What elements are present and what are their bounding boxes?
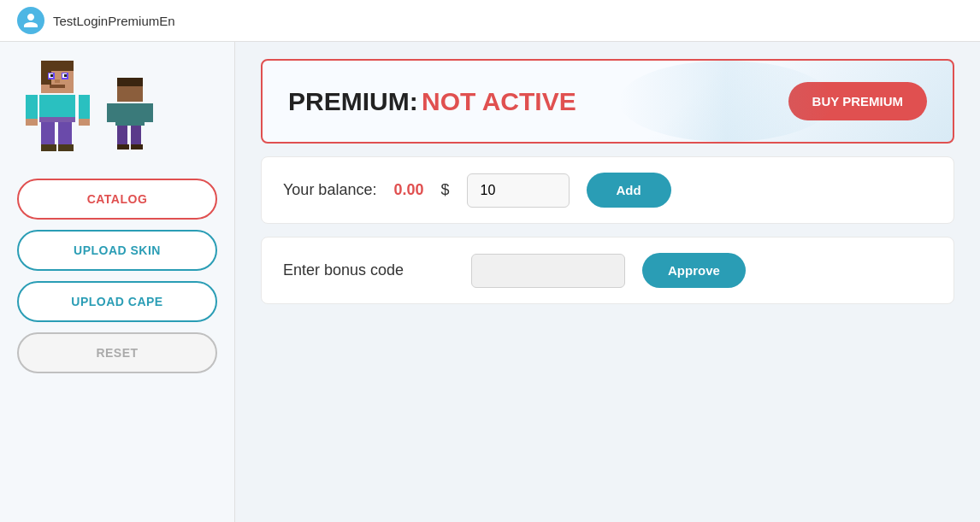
main-layout: CATALOG UPLOAD SKIN UPLOAD CAPE RESET PR… [0, 42, 980, 522]
upload-skin-button[interactable]: UPLOAD SKIN [17, 230, 217, 271]
svg-rect-28 [117, 144, 129, 150]
svg-rect-20 [58, 144, 74, 151]
svg-rect-7 [50, 74, 53, 77]
reset-button[interactable]: RESET [17, 332, 217, 373]
username-label: TestLoginPremiumEn [53, 14, 175, 28]
approve-button[interactable]: Approve [642, 253, 746, 288]
svg-rect-15 [26, 119, 38, 126]
bonus-label: Enter bonus code [283, 261, 454, 279]
svg-rect-8 [64, 74, 67, 77]
top-bar: TestLoginPremiumEn [0, 0, 980, 42]
svg-rect-24 [107, 103, 115, 122]
user-avatar-icon [17, 7, 44, 34]
balance-currency: $ [440, 181, 449, 199]
balance-input[interactable] [467, 173, 570, 208]
character-back [107, 76, 154, 153]
add-button[interactable]: Add [587, 173, 671, 208]
premium-title-group: PREMIUM: NOT ACTIVE [288, 87, 576, 116]
svg-rect-29 [131, 144, 143, 150]
svg-rect-10 [50, 85, 65, 88]
left-panel: CATALOG UPLOAD SKIN UPLOAD CAPE RESET [0, 42, 235, 522]
balance-box: Your balance: 0.00 $ Add [261, 156, 954, 224]
premium-bg-decoration [619, 61, 833, 142]
svg-rect-9 [55, 79, 60, 83]
nav-buttons: CATALOG UPLOAD SKIN UPLOAD CAPE RESET [17, 179, 217, 373]
svg-rect-19 [41, 144, 56, 151]
bonus-box: Enter bonus code Approve [261, 237, 954, 304]
svg-rect-25 [145, 103, 153, 122]
premium-status: NOT ACTIVE [422, 87, 576, 115]
svg-rect-23 [115, 103, 145, 126]
right-panel: PREMIUM: NOT ACTIVE BUY PREMIUM Your bal… [235, 42, 980, 522]
svg-rect-13 [26, 95, 38, 120]
svg-rect-14 [79, 95, 90, 120]
upload-cape-button[interactable]: UPLOAD CAPE [17, 281, 217, 322]
svg-rect-22 [117, 78, 143, 86]
premium-label: PREMIUM: [288, 87, 418, 115]
balance-label: Your balance: [283, 181, 376, 199]
svg-rect-12 [39, 117, 75, 122]
premium-box: PREMIUM: NOT ACTIVE BUY PREMIUM [261, 59, 954, 144]
character-front [26, 59, 90, 153]
bonus-code-input[interactable] [471, 254, 625, 288]
character-display [17, 50, 217, 170]
catalog-button[interactable]: CATALOG [17, 179, 217, 220]
balance-amount: 0.00 [393, 181, 423, 199]
svg-rect-16 [79, 119, 90, 126]
